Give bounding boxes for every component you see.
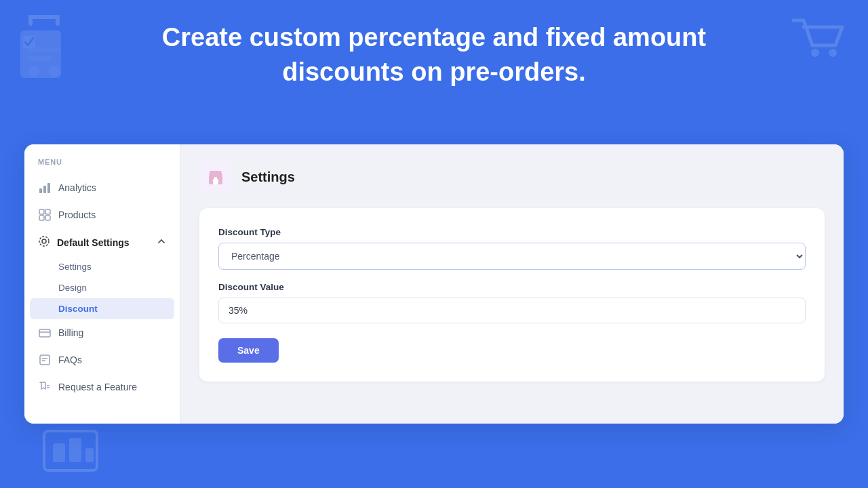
sidebar-sub-item-discount[interactable]: Discount xyxy=(30,298,174,319)
svg-rect-16 xyxy=(45,209,50,214)
svg-rect-14 xyxy=(47,183,50,193)
menu-label: MENU xyxy=(24,158,180,174)
sidebar-item-products[interactable]: Products xyxy=(24,201,180,228)
faqs-icon xyxy=(38,353,52,367)
sidebar-item-analytics[interactable]: Analytics xyxy=(24,174,180,201)
faqs-label: FAQs xyxy=(58,354,82,365)
svg-rect-30 xyxy=(214,177,217,180)
svg-point-19 xyxy=(42,239,46,243)
svg-rect-9 xyxy=(53,443,65,462)
svg-rect-11 xyxy=(85,448,94,462)
discount-value-label: Discount Value xyxy=(218,282,806,292)
settings-title: Settings xyxy=(241,169,295,185)
app-card: MENU Analytics Produ xyxy=(24,144,844,424)
discount-type-label: Discount Type xyxy=(218,227,806,237)
sidebar-item-faqs[interactable]: FAQs xyxy=(24,346,180,373)
request-feature-icon xyxy=(38,380,52,394)
billing-label: Billing xyxy=(58,327,83,338)
sidebar-group-default-settings[interactable]: Default Settings xyxy=(24,228,180,256)
discount-value-input[interactable] xyxy=(218,298,806,323)
save-button[interactable]: Save xyxy=(218,338,279,363)
main-content: Settings Discount Type Percentage Fixed … xyxy=(180,144,844,424)
products-label: Products xyxy=(58,209,96,220)
analytics-icon xyxy=(38,181,52,195)
sidebar-sub-item-settings[interactable]: Settings xyxy=(24,256,180,277)
sidebar-item-request-feature[interactable]: Request a Feature xyxy=(24,373,180,401)
svg-rect-23 xyxy=(40,355,50,365)
svg-rect-18 xyxy=(45,216,50,220)
svg-rect-15 xyxy=(39,209,44,214)
svg-rect-10 xyxy=(69,438,81,462)
billing-icon xyxy=(38,326,52,340)
form-card: Discount Type Percentage Fixed Amount Di… xyxy=(199,208,825,382)
sidebar-sub-item-design[interactable]: Design xyxy=(24,277,180,298)
sidebar-item-billing[interactable]: Billing xyxy=(24,319,180,346)
svg-rect-12 xyxy=(39,188,42,193)
request-feature-label: Request a Feature xyxy=(58,382,137,392)
settings-icon-box xyxy=(199,161,232,193)
products-icon xyxy=(38,208,52,222)
default-settings-icon xyxy=(38,235,50,249)
chevron-up-icon xyxy=(157,237,166,248)
settings-header: Settings xyxy=(199,161,825,193)
settings-page-icon xyxy=(206,167,225,186)
hero-text: Create custom percentage and fixed amoun… xyxy=(0,20,868,90)
svg-rect-17 xyxy=(39,216,44,220)
svg-point-20 xyxy=(39,237,49,246)
svg-rect-29 xyxy=(213,179,218,184)
svg-rect-13 xyxy=(43,186,46,193)
discount-type-select[interactable]: Percentage Fixed Amount xyxy=(218,243,806,270)
svg-rect-21 xyxy=(39,329,50,337)
analytics-label: Analytics xyxy=(58,182,96,193)
sidebar: MENU Analytics Produ xyxy=(24,144,180,424)
default-settings-label: Default Settings xyxy=(57,237,130,248)
deco-icon-bottom-left xyxy=(41,424,102,481)
